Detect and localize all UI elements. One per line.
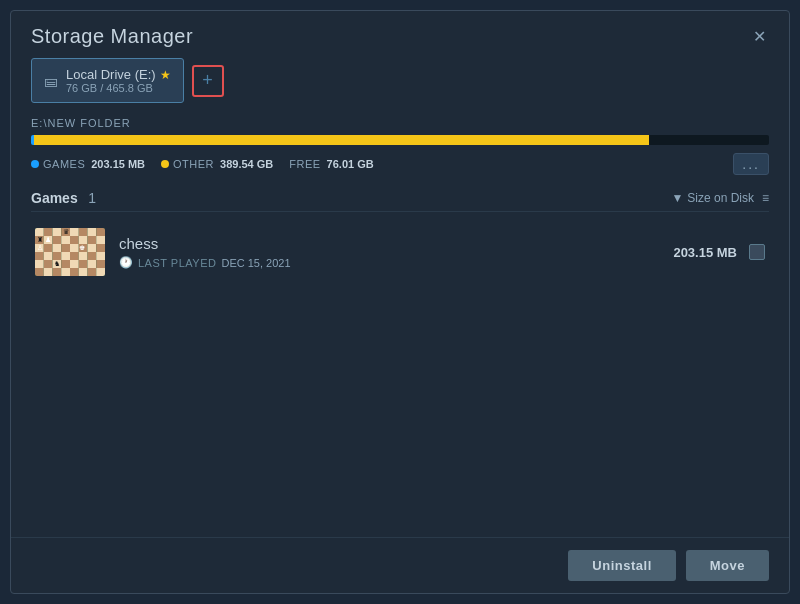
legend-games: GAMES 203.15 MB <box>31 158 145 170</box>
svg-rect-39 <box>88 260 97 268</box>
footer: Uninstall Move <box>11 537 789 593</box>
game-checkbox[interactable] <box>749 244 765 260</box>
uninstall-button[interactable]: Uninstall <box>568 550 675 581</box>
svg-rect-25 <box>35 252 44 260</box>
game-info: chess 🕐 LAST PLAYED DEC 15, 2021 <box>119 235 673 269</box>
games-header: Games 1 ▼ Size on Disk ≡ <box>31 189 769 212</box>
svg-text:♙: ♙ <box>37 244 43 251</box>
svg-rect-34 <box>44 260 53 268</box>
chess-board-svg: ♜ ♟ ♙ ♛ ♚ ♞ <box>35 228 105 276</box>
dialog-title: Storage Manager <box>31 25 193 48</box>
svg-rect-43 <box>53 268 62 276</box>
svg-rect-1 <box>35 228 44 236</box>
games-title: Games <box>31 190 78 206</box>
dot-other-icon <box>161 160 169 168</box>
svg-rect-20 <box>61 244 70 252</box>
svg-rect-45 <box>70 268 79 276</box>
title-bar: Storage Manager ✕ <box>11 11 789 58</box>
svg-rect-27 <box>53 252 62 260</box>
legend-free: FREE 76.01 GB <box>289 158 373 170</box>
storage-manager-dialog: Storage Manager ✕ 🖴 Local Drive (E:) ★ 7… <box>10 10 790 594</box>
sort-size-label[interactable]: ▼ Size on Disk <box>671 191 754 205</box>
move-button[interactable]: Move <box>686 550 769 581</box>
svg-text:♟: ♟ <box>45 236 51 243</box>
drive-bar: 🖴 Local Drive (E:) ★ 76 GB / 465.8 GB + <box>31 58 769 103</box>
svg-rect-16 <box>96 236 105 244</box>
last-played-label: LAST PLAYED <box>138 257 216 269</box>
game-row[interactable]: ♜ ♟ ♙ ♛ ♚ ♞ chess 🕐 LAST PLAYED DEC 15, … <box>31 220 769 284</box>
drive-info: Local Drive (E:) ★ 76 GB / 465.8 GB <box>66 67 171 94</box>
svg-rect-7 <box>88 228 97 236</box>
drive-item-local[interactable]: 🖴 Local Drive (E:) ★ 76 GB / 465.8 GB <box>31 58 184 103</box>
sort-down-icon: ▼ <box>671 191 683 205</box>
storage-bar-fill <box>31 135 649 145</box>
svg-rect-46 <box>79 268 88 276</box>
dot-games-icon <box>31 160 39 168</box>
svg-rect-36 <box>61 260 70 268</box>
svg-rect-48 <box>96 268 105 276</box>
storage-legend: GAMES 203.15 MB OTHER 389.54 GB FREE 76.… <box>31 153 769 175</box>
svg-text:♜: ♜ <box>37 236 43 243</box>
drive-size: 76 GB / 465.8 GB <box>66 82 171 94</box>
svg-rect-24 <box>96 244 105 252</box>
star-icon: ★ <box>160 68 171 82</box>
svg-text:♞: ♞ <box>54 260 60 267</box>
svg-rect-3 <box>53 228 62 236</box>
svg-rect-15 <box>88 236 97 244</box>
svg-rect-32 <box>96 252 105 260</box>
svg-rect-33 <box>35 260 44 268</box>
svg-text:♛: ♛ <box>63 228 69 235</box>
games-title-area: Games 1 <box>31 189 96 207</box>
svg-rect-42 <box>44 268 53 276</box>
sort-options: ▼ Size on Disk ≡ <box>671 191 769 205</box>
last-played-date: DEC 15, 2021 <box>221 257 290 269</box>
svg-text:♚: ♚ <box>79 244 85 251</box>
svg-rect-11 <box>53 236 62 244</box>
svg-rect-14 <box>79 236 88 244</box>
svg-rect-44 <box>61 268 70 276</box>
svg-rect-41 <box>35 268 44 276</box>
svg-rect-38 <box>79 260 88 268</box>
drive-icon: 🖴 <box>44 73 58 89</box>
svg-rect-28 <box>61 252 70 260</box>
svg-rect-37 <box>70 260 79 268</box>
svg-rect-26 <box>44 252 53 260</box>
svg-rect-19 <box>53 244 62 252</box>
svg-rect-6 <box>79 228 88 236</box>
svg-rect-23 <box>88 244 97 252</box>
game-name: chess <box>119 235 673 252</box>
content-area: 🖴 Local Drive (E:) ★ 76 GB / 465.8 GB + … <box>11 58 789 537</box>
filter-icon[interactable]: ≡ <box>762 191 769 205</box>
legend-other: OTHER 389.54 GB <box>161 158 273 170</box>
game-thumbnail-chess: ♜ ♟ ♙ ♛ ♚ ♞ <box>35 228 105 276</box>
svg-rect-18 <box>44 244 53 252</box>
svg-rect-21 <box>70 244 79 252</box>
svg-rect-29 <box>70 252 79 260</box>
svg-rect-31 <box>88 252 97 260</box>
svg-rect-30 <box>79 252 88 260</box>
svg-rect-13 <box>70 236 79 244</box>
clock-icon: 🕐 <box>119 256 133 269</box>
drive-name: Local Drive (E:) ★ <box>66 67 171 82</box>
add-drive-button[interactable]: + <box>192 65 224 97</box>
folder-path: E:\NEW FOLDER <box>31 117 769 129</box>
close-button[interactable]: ✕ <box>749 27 769 47</box>
svg-rect-12 <box>61 236 70 244</box>
svg-rect-40 <box>96 260 105 268</box>
svg-rect-47 <box>88 268 97 276</box>
game-size: 203.15 MB <box>673 245 737 260</box>
games-count: 1 <box>88 190 96 206</box>
bar-other <box>34 135 649 145</box>
svg-rect-2 <box>44 228 53 236</box>
svg-rect-5 <box>70 228 79 236</box>
svg-rect-8 <box>96 228 105 236</box>
game-meta: 🕐 LAST PLAYED DEC 15, 2021 <box>119 256 673 269</box>
more-button[interactable]: ... <box>733 153 769 175</box>
storage-bar <box>31 135 769 145</box>
